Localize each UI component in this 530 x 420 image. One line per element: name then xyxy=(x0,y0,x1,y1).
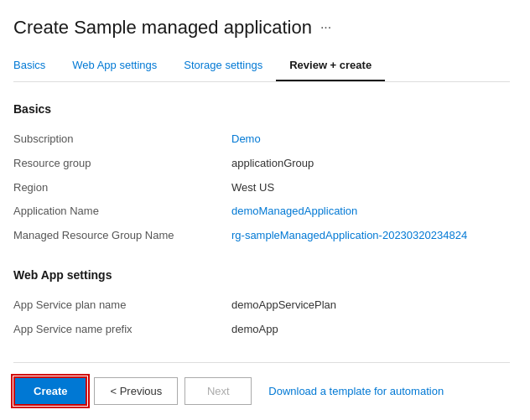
tab-basics[interactable]: Basics xyxy=(13,52,59,81)
create-button[interactable]: Create xyxy=(13,376,87,406)
basics-section-title: Basics xyxy=(13,102,510,116)
ellipsis-menu[interactable]: ··· xyxy=(320,20,331,35)
label-managed-rg: Managed Resource Group Name xyxy=(13,224,231,248)
table-row: App Service plan name demoAppServicePlan xyxy=(13,293,510,318)
webapp-section-title: Web App settings xyxy=(13,268,510,282)
table-row: Managed Resource Group Name rg-sampleMan… xyxy=(13,224,510,248)
value-region: West US xyxy=(231,176,510,200)
download-template-link[interactable]: Download a template for automation xyxy=(268,385,444,397)
label-subscription: Subscription xyxy=(13,127,231,152)
tab-bar: Basics Web App settings Storage settings… xyxy=(13,52,510,82)
table-row: App Service name prefix demoApp xyxy=(13,318,510,342)
main-container: Create Sample managed application ··· Ba… xyxy=(0,0,530,420)
tab-webapp[interactable]: Web App settings xyxy=(59,52,170,81)
webapp-section: Web App settings App Service plan name d… xyxy=(13,268,510,342)
page-title: Create Sample managed application xyxy=(13,17,312,39)
value-service-plan: demoAppServicePlan xyxy=(231,293,510,318)
tab-review[interactable]: Review + create xyxy=(276,52,385,81)
previous-button[interactable]: < Previous xyxy=(94,377,178,405)
value-managed-rg: rg-sampleManagedApplication-202303202348… xyxy=(231,224,510,248)
value-subscription: Demo xyxy=(231,127,510,152)
label-service-plan: App Service plan name xyxy=(13,293,231,318)
table-row: Region West US xyxy=(13,176,510,200)
basics-section: Basics Subscription Demo Resource group … xyxy=(13,102,510,248)
basics-table: Subscription Demo Resource group applica… xyxy=(13,127,510,248)
next-button[interactable]: Next xyxy=(184,377,252,405)
value-app-name: demoManagedApplication xyxy=(231,200,510,224)
webapp-table: App Service plan name demoAppServicePlan… xyxy=(13,293,510,342)
page-header: Create Sample managed application ··· xyxy=(13,17,510,39)
label-service-prefix: App Service name prefix xyxy=(13,318,231,342)
footer-bar: Create < Previous Next Download a templa… xyxy=(13,362,510,406)
label-app-name: Application Name xyxy=(13,200,231,224)
label-region: Region xyxy=(13,176,231,200)
value-resource-group: applicationGroup xyxy=(231,152,510,176)
table-row: Subscription Demo xyxy=(13,127,510,152)
table-row: Application Name demoManagedApplication xyxy=(13,200,510,224)
table-row: Resource group applicationGroup xyxy=(13,152,510,176)
tab-storage[interactable]: Storage settings xyxy=(170,52,276,81)
value-service-prefix: demoApp xyxy=(231,318,510,342)
label-resource-group: Resource group xyxy=(13,152,231,176)
